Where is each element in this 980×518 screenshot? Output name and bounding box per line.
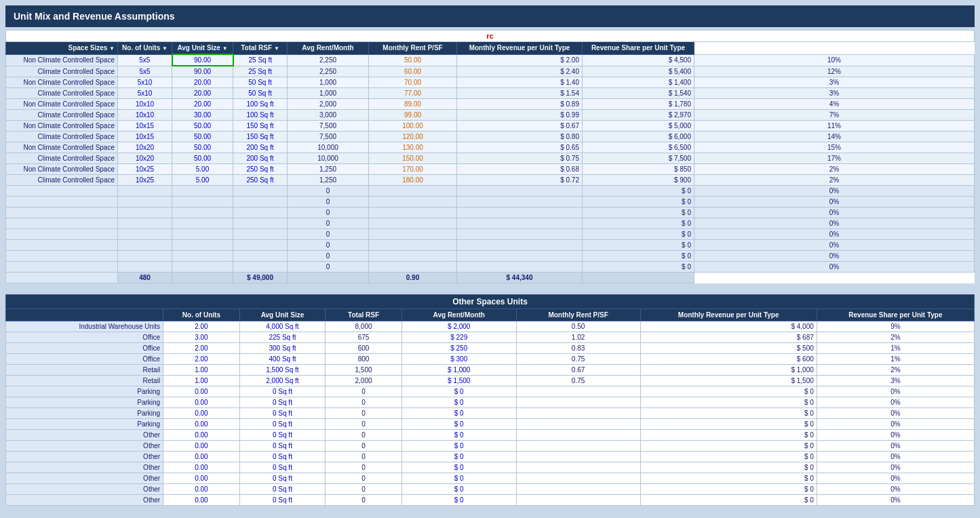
list-item: Parking0.000 Sq ft0$ 0$ 00% bbox=[6, 408, 975, 419]
row-monthly-rev: $ 850 bbox=[583, 164, 694, 175]
row-total-rsf: 10,000 bbox=[288, 153, 369, 164]
other-row-rev-share: 0% bbox=[817, 462, 974, 473]
other-row-label: Other bbox=[6, 462, 163, 473]
col-space-sizes[interactable]: Space Sizes ▼ bbox=[6, 42, 118, 55]
other-row-units: 0.00 bbox=[163, 441, 240, 452]
row-total-rsf: 2,250 bbox=[288, 66, 369, 77]
row-total-rsf: 1,250 bbox=[288, 164, 369, 175]
other-col-label bbox=[6, 309, 163, 321]
row-label bbox=[6, 262, 118, 273]
row-avg-rent: 130.00 bbox=[369, 142, 457, 153]
row-size bbox=[118, 197, 172, 207]
col-total-rsf[interactable]: Total RSF ▼ bbox=[233, 42, 288, 55]
other-row-psf bbox=[516, 441, 640, 452]
list-item: Other0.000 Sq ft0$ 0$ 00% bbox=[6, 430, 975, 441]
other-row-rsf: 0 bbox=[326, 397, 402, 408]
row-monthly-psf: $ 0.67 bbox=[457, 121, 583, 132]
other-row-avg-rent: $ 250 bbox=[401, 343, 516, 354]
row-rev-share: 0% bbox=[694, 186, 975, 197]
row-avg-size bbox=[233, 197, 288, 207]
other-row-psf bbox=[516, 452, 640, 462]
list-item: Other0.000 Sq ft0$ 0$ 00% bbox=[6, 441, 975, 452]
row-monthly-psf: $ 0.65 bbox=[457, 142, 583, 153]
main-table-header: Space Sizes ▼ No. of Units ▼ Avg Unit Si… bbox=[6, 42, 975, 55]
row-monthly-psf: $ 0.80 bbox=[457, 132, 583, 142]
table-row: 0$ 00% bbox=[6, 240, 975, 251]
other-row-rsf: 0 bbox=[326, 386, 402, 397]
list-item: Parking0.000 Sq ft0$ 0$ 00% bbox=[6, 397, 975, 408]
row-total-rsf: 0 bbox=[288, 229, 369, 240]
other-row-rev-share: 0% bbox=[817, 452, 974, 462]
other-row-monthly-rev: $ 4,000 bbox=[640, 321, 817, 332]
other-row-units: 0.00 bbox=[163, 419, 240, 430]
row-avg-rent bbox=[369, 262, 457, 273]
filter-arrow-space[interactable]: ▼ bbox=[109, 45, 115, 52]
col-monthly-rev: Monthly Revenue per Unit Type bbox=[457, 42, 583, 55]
other-row-rev-share: 0% bbox=[817, 430, 974, 441]
table-row: 0$ 00% bbox=[6, 262, 975, 273]
row-rev-share: 7% bbox=[694, 110, 975, 121]
row-label: Climate Controlled Space bbox=[6, 88, 118, 99]
col-monthly-psf: Monthly Rent P/SF bbox=[369, 42, 457, 55]
table-row: Non Climate Controlled Space10x1020.0010… bbox=[6, 99, 975, 110]
total-avg-rent bbox=[288, 273, 369, 283]
other-row-avg-size: 0 Sq ft bbox=[239, 430, 326, 441]
row-size: 10x15 bbox=[118, 132, 172, 142]
row-rev-share: 0% bbox=[694, 251, 975, 262]
row-label bbox=[6, 186, 118, 197]
row-size: 10x10 bbox=[118, 110, 172, 121]
row-monthly-rev: $ 0 bbox=[583, 262, 694, 273]
other-row-units: 0.00 bbox=[163, 452, 240, 462]
list-item: Other0.000 Sq ft0$ 0$ 00% bbox=[6, 452, 975, 462]
row-avg-rent: 100.00 bbox=[369, 121, 457, 132]
row-avg-rent bbox=[369, 229, 457, 240]
row-monthly-rev: $ 2,970 bbox=[583, 110, 694, 121]
other-row-avg-rent: $ 300 bbox=[401, 354, 516, 365]
row-avg-size: 25 Sq ft bbox=[233, 54, 288, 66]
other-row-rev-share: 1% bbox=[817, 354, 974, 365]
row-units bbox=[172, 218, 233, 229]
col-no-units[interactable]: No. of Units ▼ bbox=[118, 42, 172, 55]
other-row-monthly-rev: $ 0 bbox=[640, 473, 817, 484]
table-row: Climate Controlled Space10x2050.00200 Sq… bbox=[6, 153, 975, 164]
row-avg-size bbox=[233, 207, 288, 218]
other-row-rsf: 0 bbox=[326, 473, 402, 484]
list-item: Office2.00300 Sq ft600$ 2500.83$ 5001% bbox=[6, 343, 975, 354]
filter-arrow-units[interactable]: ▼ bbox=[162, 45, 168, 52]
col-avg-unit-size[interactable]: Avg Unit Size ▼ bbox=[172, 42, 233, 55]
row-total-rsf: 10,000 bbox=[288, 142, 369, 153]
other-row-monthly-rev: $ 0 bbox=[640, 419, 817, 430]
row-size: 5x5 bbox=[118, 54, 172, 66]
other-row-monthly-rev: $ 500 bbox=[640, 343, 817, 354]
row-units: 20.00 bbox=[172, 77, 233, 88]
other-row-rev-share: 0% bbox=[817, 441, 974, 452]
row-avg-size bbox=[233, 186, 288, 197]
row-monthly-rev: $ 5,400 bbox=[583, 66, 694, 77]
filter-arrow-rsf[interactable]: ▼ bbox=[274, 45, 279, 52]
row-total-rsf: 0 bbox=[288, 262, 369, 273]
other-table-section: Other Spaces Units No. of Units Avg Unit… bbox=[5, 294, 975, 506]
total-label bbox=[6, 273, 118, 283]
other-row-avg-rent: $ 0 bbox=[401, 452, 516, 462]
other-row-psf bbox=[516, 419, 640, 430]
row-size: 10x15 bbox=[118, 121, 172, 132]
other-row-rev-share: 1% bbox=[817, 343, 974, 354]
other-row-avg-size: 0 Sq ft bbox=[239, 386, 326, 397]
row-avg-size bbox=[233, 229, 288, 240]
row-rev-share: 15% bbox=[694, 142, 975, 153]
row-avg-rent: 70.00 bbox=[369, 77, 457, 88]
other-row-label: Other bbox=[6, 452, 163, 462]
other-row-rsf: 0 bbox=[326, 484, 402, 495]
other-row-avg-size: 0 Sq ft bbox=[239, 408, 326, 419]
other-row-avg-rent: $ 0 bbox=[401, 484, 516, 495]
row-size bbox=[118, 218, 172, 229]
filter-arrow-avgsize[interactable]: ▼ bbox=[222, 45, 228, 52]
row-monthly-psf bbox=[457, 240, 583, 251]
row-total-rsf: 1,250 bbox=[288, 175, 369, 186]
row-total-rsf: 2,000 bbox=[288, 99, 369, 110]
total-units: 480 bbox=[118, 273, 172, 283]
row-size bbox=[118, 186, 172, 197]
other-row-units: 2.00 bbox=[163, 354, 240, 365]
row-monthly-psf: $ 0.75 bbox=[457, 153, 583, 164]
row-units bbox=[172, 240, 233, 251]
